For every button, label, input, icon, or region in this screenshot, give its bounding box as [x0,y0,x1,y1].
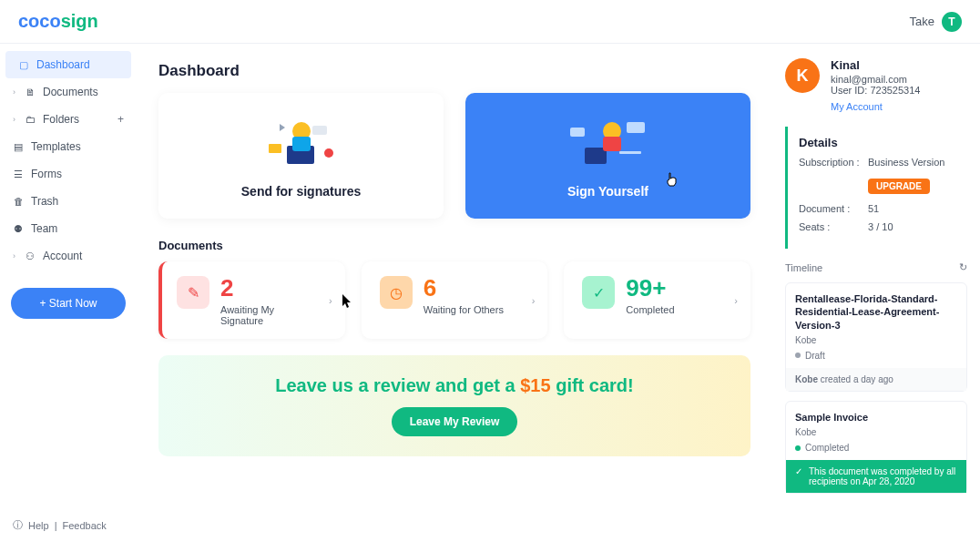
review-banner: Leave us a review and get a $15 gift car… [158,355,750,456]
status-dot [795,445,801,451]
logo-sign: sign [61,11,98,31]
sign-card-title: Sign Yourself [567,184,648,199]
seats-label: Seats : [799,221,868,232]
details-box: Details Subscription : Business Version … [785,127,967,249]
refresh-icon[interactable]: ↻ [959,261,967,273]
stat-number: 6 [424,274,534,302]
document-label: Document : [799,203,868,214]
svg-rect-9 [570,128,585,137]
sidebar-label: Dashboard [36,58,90,71]
stat-label: Awaiting My Signature [220,304,302,326]
timeline-item-title: Rentallease-Florida-Standard-Residential… [795,292,957,332]
upgrade-button[interactable]: UPGRADE [868,179,930,194]
header-user-name: Take [910,15,934,28]
status-dot [795,353,801,358]
timeline-status: Completed [805,443,849,453]
template-icon: ▤ [13,141,24,152]
sidebar-item-trash[interactable]: 🗑 Trash [0,188,137,215]
sign-yourself-card[interactable]: Sign Yourself [465,93,750,219]
sign-illustration [554,109,663,175]
trash-icon: 🗑 [13,196,24,207]
svg-rect-5 [312,126,327,135]
sidebar-label: Trash [31,195,58,208]
timeline-status: Draft [805,351,825,361]
waiting-others-card[interactable]: ◷ 6 Waiting for Others › [362,261,548,339]
svg-point-4 [324,148,333,158]
timeline-item[interactable]: Rentallease-Florida-Standard-Residential… [785,282,967,392]
document-icon: 🗎 [25,87,36,97]
my-account-link[interactable]: My Account [831,101,920,112]
sidebar-item-templates[interactable]: ▤ Templates [0,133,137,160]
chevron-right-icon: › [13,251,15,261]
seats-value: 3 / 10 [868,221,893,232]
signature-icon: ✎ [177,276,209,309]
start-now-button[interactable]: + Start Now [11,288,126,319]
logo-coco: coco [18,11,61,31]
timeline-footer: ✓ This document was completed by all rec… [786,460,966,493]
leave-review-button[interactable]: Leave My Review [392,407,518,436]
logo[interactable]: cocosign [18,11,98,32]
form-icon: ☰ [13,169,24,179]
timeline-item-user: Kobe [795,335,957,345]
app-header: cocosign Take T [0,0,980,44]
sidebar-item-dashboard[interactable]: ▢ Dashboard [5,51,131,78]
sidebar-label: Forms [31,168,62,180]
timeline-item[interactable]: Sample Invoice Kobe Completed ✓ This doc… [785,401,967,494]
subscription-label: Subscription : [799,157,868,168]
sidebar-label: Documents [43,86,98,98]
team-icon: ⚉ [13,223,24,234]
dashboard-icon: ▢ [18,59,29,70]
account-icon: ⚇ [25,250,36,261]
add-folder-icon[interactable]: + [117,113,124,126]
document-value: 51 [868,203,879,214]
awaiting-signature-card[interactable]: ✎ 2 Awaiting My Signature › [158,261,345,339]
send-illustration [247,109,356,175]
stat-number: 2 [220,274,331,302]
check-icon: ✓ [795,466,802,476]
chevron-right-icon: › [532,295,536,306]
timeline-item-user: Kobe [795,427,957,437]
profile-avatar: K [785,58,820,93]
header-user[interactable]: Take T [910,12,962,32]
completed-card[interactable]: ✓ 99+ Completed › [564,261,750,339]
feedback-link[interactable]: Feedback [62,520,106,531]
subscription-value: Business Version [868,157,944,168]
stat-label: Completed [626,304,708,315]
profile-section: K Kinal kinal@gmail.com User ID: 7235253… [785,58,967,112]
svg-rect-2 [292,137,311,151]
sidebar-item-folders[interactable]: › 🗀 Folders + [0,106,137,133]
details-title: Details [799,136,956,149]
timeline-header: Timeline ↻ [785,261,967,273]
sidebar-item-account[interactable]: › ⚇ Account [0,242,137,270]
profile-name: Kinal [831,58,920,72]
chevron-right-icon: › [13,115,15,124]
svg-rect-8 [603,137,621,151]
sidebar-item-documents[interactable]: › 🗎 Documents [0,78,137,106]
documents-section-title: Documents [158,239,750,252]
chevron-right-icon: › [734,295,738,306]
clock-icon: ◷ [380,276,413,309]
svg-rect-6 [585,148,607,164]
profile-userid: User ID: 723525314 [831,85,920,96]
timeline-footer: Kobe created a day ago [786,368,966,391]
timeline-item-title: Sample Invoice [795,411,957,424]
main-content: Dashboard Send for signatures [137,44,772,552]
stat-label: Waiting for Others [424,304,505,315]
info-icon: ⓘ [13,518,23,532]
review-text: Leave us a review and get a $15 gift car… [179,375,730,396]
sidebar-item-forms[interactable]: ☰ Forms [0,160,137,188]
sidebar-item-team[interactable]: ⚉ Team [0,215,137,242]
svg-rect-11 [619,151,641,154]
chevron-right-icon: › [13,87,15,97]
right-panel: K Kinal kinal@gmail.com User ID: 7235253… [772,44,980,552]
send-for-signatures-card[interactable]: Send for signatures [158,93,444,219]
folder-icon: 🗀 [25,114,36,125]
sidebar-footer: ⓘ Help | Feedback [0,506,137,545]
help-link[interactable]: Help [28,520,49,531]
chevron-right-icon: › [329,295,332,306]
send-card-title: Send for signatures [241,184,361,199]
check-icon: ✓ [582,276,615,309]
svg-rect-3 [269,144,281,153]
sidebar-label: Templates [31,140,81,153]
sidebar: ▢ Dashboard › 🗎 Documents › 🗀 Folders + … [0,44,137,552]
